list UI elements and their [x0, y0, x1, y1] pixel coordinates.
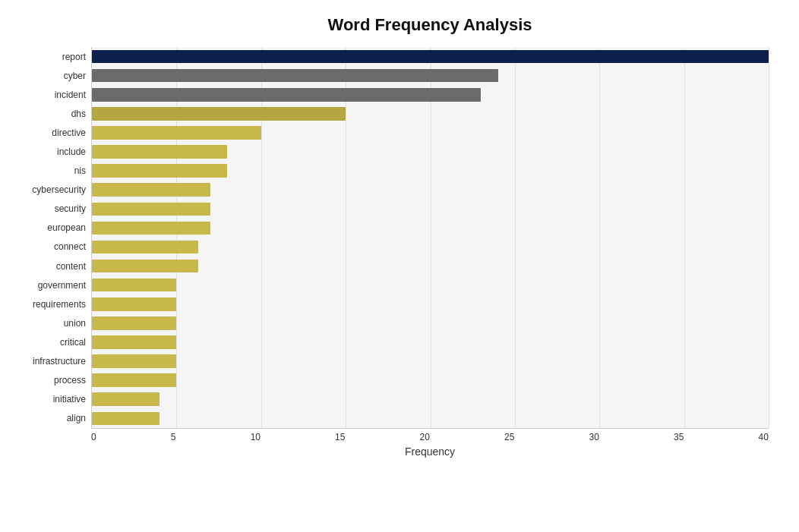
bar-row: directive	[92, 123, 769, 142]
bar-row: process	[92, 371, 769, 390]
bar-row: align	[92, 409, 769, 428]
bar-row: union	[92, 313, 769, 332]
bar-label: european	[2, 222, 86, 233]
bar-label: critical	[2, 337, 86, 348]
bar	[92, 222, 210, 235]
bar-label: security	[2, 203, 86, 214]
x-tick: 0	[91, 432, 96, 442]
grid-line	[769, 47, 769, 428]
bar-label: government	[2, 280, 86, 291]
bar	[92, 392, 159, 406]
bar-label: include	[2, 146, 86, 157]
x-tick: 35	[674, 432, 684, 442]
bar	[92, 260, 198, 273]
x-tick: 30	[589, 432, 599, 442]
bar-row: incident	[92, 85, 769, 104]
bar	[92, 412, 159, 426]
bar	[92, 241, 198, 254]
bar-label: requirements	[2, 299, 86, 310]
x-tick: 20	[420, 432, 430, 442]
bar	[92, 279, 176, 292]
x-axis: 0510152025303540	[91, 432, 769, 442]
bar-label: cyber	[2, 71, 86, 81]
bar-label: content	[2, 261, 86, 272]
bar	[92, 107, 346, 121]
bar	[92, 335, 176, 349]
bar-row: connect	[92, 238, 769, 257]
bar	[92, 50, 769, 64]
bar	[92, 88, 481, 102]
x-tick: 5	[171, 432, 176, 442]
x-axis-label: Frequency	[91, 445, 769, 458]
bar	[92, 354, 176, 368]
bar-row: initiative	[92, 390, 769, 409]
x-tick: 10	[251, 432, 261, 442]
bar	[92, 316, 176, 330]
bar-label: initiative	[2, 394, 86, 405]
bar-label: infrastructure	[2, 356, 86, 367]
bar-row: nis	[92, 162, 769, 181]
bar	[92, 126, 261, 140]
bar-row: critical	[92, 332, 769, 351]
bar	[92, 164, 227, 178]
bar	[92, 373, 176, 387]
chart-area: reportcyberincidentdhsdirectiveincludeni…	[91, 47, 769, 458]
bar-row: content	[92, 257, 769, 275]
x-tick: 25	[504, 432, 514, 442]
chart-container: Word Frequency Analysis reportcyberincid…	[0, 0, 799, 532]
bar-row: government	[92, 275, 769, 294]
bar-label: nis	[2, 165, 86, 176]
plot-area: reportcyberincidentdhsdirectiveincludeni…	[91, 47, 769, 429]
x-tick: 40	[759, 432, 769, 442]
bar	[92, 69, 498, 83]
bar	[92, 145, 227, 159]
x-tick: 15	[335, 432, 345, 442]
bar-label: process	[2, 375, 86, 386]
bar-label: union	[2, 318, 86, 329]
bar-row: cybersecurity	[92, 181, 769, 200]
bar-row: european	[92, 219, 769, 238]
bar-row: include	[92, 142, 769, 161]
bar-label: incident	[2, 90, 86, 100]
bar-row: report	[92, 47, 769, 66]
bar-label: directive	[2, 127, 86, 138]
bar-row: security	[92, 200, 769, 219]
bar-row: infrastructure	[92, 352, 769, 371]
bar-row: requirements	[92, 294, 769, 313]
bar-row: cyber	[92, 66, 769, 85]
chart-title: Word Frequency Analysis	[91, 15, 769, 35]
bar-label: align	[2, 413, 86, 423]
bar-label: connect	[2, 241, 86, 252]
bar-label: dhs	[2, 109, 86, 119]
bar-label: report	[2, 52, 86, 62]
bar	[92, 183, 210, 197]
bar	[92, 297, 176, 311]
bar-row: dhs	[92, 104, 769, 123]
bar-label: cybersecurity	[2, 184, 86, 195]
bar	[92, 203, 210, 216]
